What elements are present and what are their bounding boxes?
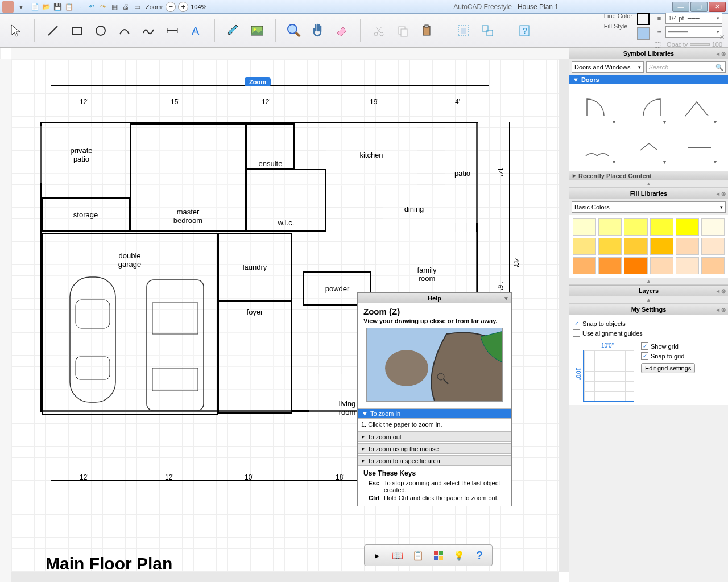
- color-swatch[interactable]: [598, 238, 622, 255]
- vertical-scrollbar[interactable]: [559, 59, 569, 572]
- align-guides-checkbox[interactable]: [573, 329, 580, 337]
- app-menu-icon[interactable]: [431, 547, 446, 563]
- color-swatch[interactable]: [598, 257, 622, 274]
- clipboard-icon[interactable]: 📋: [410, 547, 426, 563]
- help-header[interactable]: Help ▼: [358, 293, 511, 303]
- my-settings-header[interactable]: My Settings ◂⊗: [569, 304, 728, 315]
- door-symbol[interactable]: ▾: [674, 88, 725, 127]
- undo-icon[interactable]: ↶: [86, 2, 97, 12]
- copy-tool[interactable]: [392, 20, 413, 41]
- door-symbol[interactable]: ▾: [623, 127, 674, 167]
- zoom-in-button[interactable]: +: [178, 2, 188, 12]
- collapse-up-icon[interactable]: ▲: [569, 180, 728, 188]
- canvas[interactable]: Zoom 62' 12' 15' 12' 19' 4' 43' 14' 16' …: [0, 48, 569, 582]
- color-swatch[interactable]: [598, 218, 622, 236]
- snap-objects-checkbox[interactable]: ✓: [573, 320, 580, 327]
- collapse-up-icon[interactable]: ▲: [569, 296, 728, 304]
- close-button[interactable]: ✕: [709, 2, 726, 12]
- paste-tool[interactable]: [416, 20, 437, 41]
- ungroup-tool[interactable]: [477, 20, 498, 41]
- eraser-tool[interactable]: [332, 20, 352, 41]
- edit-grid-button[interactable]: Edit grid settings: [641, 363, 695, 373]
- help-acc-zoom-area[interactable]: ▸To zoom to a specific area: [358, 455, 511, 466]
- opacity-slider[interactable]: [690, 43, 709, 46]
- collapse-icon[interactable]: ▼: [503, 295, 509, 302]
- color-swatch[interactable]: [573, 218, 596, 236]
- fill-category-select[interactable]: Basic Colors: [572, 201, 726, 213]
- line-style-icon[interactable]: ≡: [654, 15, 664, 22]
- layers-header[interactable]: Layers ◂⊗: [569, 285, 728, 296]
- color-swatch[interactable]: [701, 238, 725, 255]
- color-swatch[interactable]: [701, 257, 725, 274]
- cut-tool[interactable]: [369, 20, 389, 41]
- group-tool[interactable]: [453, 20, 474, 41]
- color-swatch[interactable]: [624, 218, 647, 236]
- maximize-button[interactable]: ▢: [690, 2, 708, 12]
- fill-color-swatch[interactable]: [637, 27, 650, 40]
- prev-icon[interactable]: ◂: [717, 288, 719, 294]
- image-tool[interactable]: [247, 20, 267, 41]
- door-symbol[interactable]: ▾: [573, 127, 623, 167]
- book-icon[interactable]: 📖: [390, 547, 406, 563]
- help-acc-zoom-mouse[interactable]: ▸To zoom using the mouse: [358, 443, 511, 454]
- symbol-libraries-header[interactable]: Symbol Libraries ◂⊗: [569, 48, 728, 59]
- layout-icon[interactable]: ▦: [109, 2, 119, 12]
- lightbulb-icon[interactable]: 💡: [451, 547, 467, 563]
- prev-icon[interactable]: ◂: [717, 307, 719, 313]
- zoom-tool[interactable]: [284, 20, 304, 41]
- snap-grid-checkbox[interactable]: ✓: [641, 352, 648, 360]
- doors-category-header[interactable]: ▼Doors: [569, 75, 728, 84]
- text-tool[interactable]: A: [186, 20, 206, 41]
- close-panel-icon[interactable]: ⊗: [721, 191, 726, 197]
- symbol-search-input[interactable]: Search🔍: [646, 61, 726, 73]
- select-tool[interactable]: [6, 20, 26, 41]
- redo-icon[interactable]: ↷: [98, 2, 108, 12]
- zoom-out-button[interactable]: −: [166, 2, 176, 12]
- question-icon[interactable]: ?: [471, 547, 487, 563]
- symbol-category-select[interactable]: Doors and Windows: [572, 61, 644, 73]
- help-acc-zoom-in[interactable]: ▼To zoom in: [358, 408, 511, 419]
- door-symbol[interactable]: ▾: [623, 88, 674, 127]
- dimension-tool[interactable]: [162, 20, 183, 41]
- page-icon[interactable]: ▭: [132, 2, 142, 12]
- color-swatch[interactable]: [676, 218, 699, 236]
- close-panel-icon[interactable]: ⊗: [721, 51, 726, 57]
- color-swatch[interactable]: [573, 257, 596, 274]
- color-swatch[interactable]: [676, 257, 699, 274]
- color-swatch[interactable]: [650, 218, 673, 236]
- circle-tool[interactable]: [90, 20, 111, 41]
- color-swatch[interactable]: [701, 218, 725, 236]
- color-swatch[interactable]: [624, 257, 647, 274]
- color-swatch[interactable]: [573, 238, 596, 255]
- color-swatch[interactable]: [676, 238, 699, 255]
- pan-tool[interactable]: [308, 20, 328, 41]
- help-icon[interactable]: ?: [514, 20, 535, 41]
- color-swatch[interactable]: [650, 257, 673, 274]
- freehand-tool[interactable]: [138, 20, 159, 41]
- line-tool[interactable]: [43, 20, 63, 41]
- line-type-select[interactable]: ━━━━━: [665, 26, 722, 38]
- collapse-up-icon[interactable]: ▲: [569, 278, 728, 285]
- recent-content-header[interactable]: ▸Recently Placed Content: [569, 171, 728, 180]
- save-icon[interactable]: 💾: [52, 2, 63, 12]
- rectangle-tool[interactable]: [67, 20, 87, 41]
- toolbar-close-icon[interactable]: ✕: [718, 33, 726, 41]
- publish-icon[interactable]: 📋: [64, 2, 74, 12]
- show-grid-checkbox[interactable]: ✓: [641, 342, 648, 350]
- open-icon[interactable]: 📂: [41, 2, 51, 12]
- new-icon[interactable]: 📄: [30, 2, 40, 12]
- color-swatch[interactable]: [624, 238, 647, 255]
- line-type-icon[interactable]: ┅: [654, 28, 664, 36]
- brush-tool[interactable]: [223, 20, 243, 41]
- close-panel-icon[interactable]: ⊗: [721, 288, 726, 294]
- help-acc-zoom-out[interactable]: ▸To zoom out: [358, 431, 511, 442]
- play-icon[interactable]: ▸: [369, 547, 385, 563]
- prev-icon[interactable]: ◂: [717, 191, 719, 197]
- line-weight-select[interactable]: 1/4 pt━━━: [665, 13, 722, 24]
- prev-icon[interactable]: ◂: [717, 51, 719, 57]
- qat-dropdown-icon[interactable]: ▾: [16, 2, 26, 12]
- arc-tool[interactable]: [114, 20, 135, 41]
- print-icon[interactable]: 🖨: [121, 2, 131, 12]
- door-symbol[interactable]: ▾: [573, 88, 623, 127]
- minimize-button[interactable]: —: [672, 2, 689, 12]
